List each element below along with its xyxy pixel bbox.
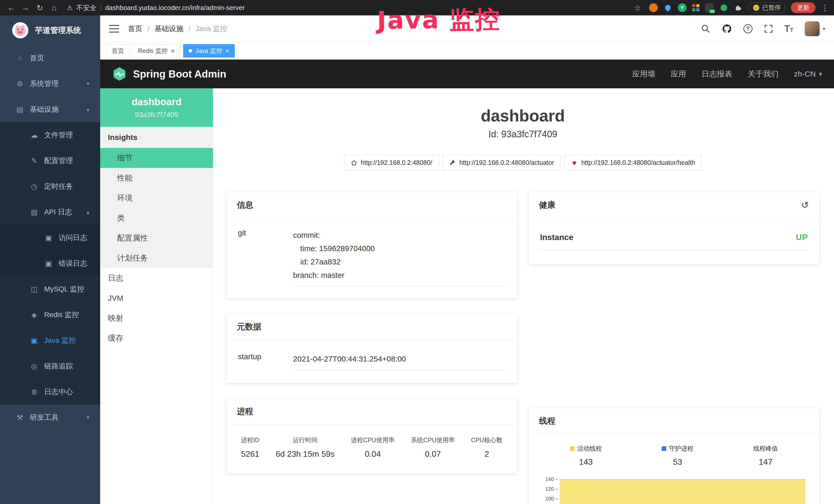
sba-sidebar: dashboard 93a3fc7f7409 Insights 细节 性能 环境…: [100, 88, 213, 504]
sidebar-item-system[interactable]: ⚙ 系统管理 ▾: [0, 71, 100, 96]
forward-icon[interactable]: →: [20, 2, 31, 14]
sba-nav-wallboard[interactable]: 应用墙: [632, 69, 655, 79]
sidebar-item-log-center[interactable]: ≣ 日志中心: [0, 379, 100, 405]
help-icon[interactable]: ?: [743, 24, 752, 33]
sidebar-item-config-manage[interactable]: ✎ 配置管理: [0, 148, 100, 174]
sba-header: Spring Boot Admin 应用墙 应用 日志报表 关于我们 zh-CN…: [100, 60, 834, 88]
tab-java-monitor[interactable]: Java 监控 ×: [183, 44, 235, 58]
actuator-url-link[interactable]: http://192.168.0.2:48080/actuator: [443, 155, 561, 170]
sidebar-item-java-monitor[interactable]: ▣ Java 监控: [0, 328, 100, 353]
sidebar-logo[interactable]: 芋道管理系统: [0, 16, 100, 45]
sba-brand[interactable]: Spring Boot Admin: [112, 67, 226, 82]
sba-nav-about[interactable]: 关于我们: [748, 69, 778, 79]
sidebar-item-redis-monitor[interactable]: ◈ Redis 监控: [0, 302, 100, 328]
chevron-down-icon: ▾: [87, 81, 89, 87]
tab-close-icon[interactable]: ×: [225, 47, 229, 54]
chevron-up-icon: ▴: [87, 209, 89, 215]
threads-card: 线程 活动线程 1: [529, 408, 819, 504]
back-icon[interactable]: ←: [5, 2, 17, 14]
tab-close-icon[interactable]: ×: [171, 47, 175, 54]
admin-sidebar: 芋道管理系统 ⌂ 首页 ⚙ 系统管理 ▾ ▤ 基础设施 ▴ ☁ 文件管理 ✎: [0, 16, 100, 504]
tab-home[interactable]: 首页: [106, 44, 129, 58]
paused-extension-badge[interactable]: 已暂停: [748, 2, 785, 13]
tab-redis-monitor[interactable]: Redis 监控 ×: [133, 44, 180, 58]
home-icon[interactable]: ⌂: [48, 2, 60, 14]
breadcrumb-item-infrastructure[interactable]: 基础设施: [155, 24, 183, 33]
extension-icon-leaf[interactable]: [720, 3, 728, 12]
sba-item-classes[interactable]: 类: [100, 208, 213, 228]
tags-view-bar: 首页 Redis 监控 × Java 监控 ×: [100, 42, 834, 60]
stat-system-cpu: 系统CPU使用率 0.07: [411, 436, 455, 459]
sba-item-logs[interactable]: 日志: [100, 268, 213, 288]
sba-item-caches[interactable]: 缓存: [100, 328, 213, 348]
fullscreen-icon[interactable]: [764, 24, 773, 33]
address-bar[interactable]: ⚠ 不安全 | dashboard.yudao.iocoder.cn/infra…: [67, 3, 629, 12]
threads-legend: 活动线程 143 守护进程: [540, 444, 808, 467]
chevron-down-icon: ▾: [823, 26, 825, 32]
extension-icon-drop[interactable]: [663, 3, 672, 12]
sidebar-toggle-button[interactable]: [109, 25, 119, 32]
history-icon[interactable]: ↺: [801, 201, 809, 210]
locale-selector[interactable]: zh-CN ▾: [794, 70, 822, 78]
pig-logo-icon: [12, 22, 29, 39]
sba-item-metrics[interactable]: 性能: [100, 168, 213, 188]
sidebar-item-dev-tools[interactable]: ⚒ 研发工具 ▾: [0, 405, 100, 430]
extension-icon-orange[interactable]: [649, 3, 658, 12]
metadata-card-header: 元数据: [226, 314, 517, 340]
instance-name: dashboard: [132, 96, 181, 108]
health-url-link[interactable]: http://192.168.0.2:48080/actuator/health: [565, 155, 701, 170]
extension-icon-grid[interactable]: [692, 4, 699, 11]
chart-y-axis: 140 120 100: [540, 476, 558, 504]
sidebar-item-api-log[interactable]: ▤ API 日志 ▴: [0, 199, 100, 225]
sidebar-item-error-log[interactable]: ▣ 错误日志: [0, 251, 100, 276]
wrench-icon: [449, 159, 456, 166]
instance-header[interactable]: dashboard 93a3fc7f7409: [100, 88, 213, 127]
search-icon[interactable]: [701, 24, 710, 33]
extension-icon-switch[interactable]: on: [705, 3, 714, 12]
status-badge: UP: [796, 233, 808, 242]
user-avatar[interactable]: ▾: [805, 21, 825, 36]
stat-pid: 进程ID 5261: [241, 436, 259, 459]
extension-icon-green[interactable]: Y: [678, 3, 686, 12]
chevron-down-icon: ▾: [819, 70, 822, 78]
instance-links: http://192.168.0.2:48080/ http://192.168…: [226, 155, 819, 170]
legend-daemon-threads: 守护进程 53: [662, 444, 694, 467]
legend-swatch-yellow: [570, 446, 575, 451]
sidebar-item-home[interactable]: ⌂ 首页: [0, 45, 100, 71]
sidebar-item-mysql-monitor[interactable]: ◫ MySQL 监控: [0, 276, 100, 302]
stat-process-cpu: 进程CPU使用率 0.04: [351, 436, 395, 459]
process-card-header: 进程: [226, 399, 517, 425]
system-title: 芋道管理系统: [35, 25, 81, 36]
right-column: 健康 ↺ Instance UP: [529, 192, 819, 504]
sba-body: dashboard 93a3fc7f7409 Insights 细节 性能 环境…: [100, 88, 834, 504]
service-url-link[interactable]: http://192.168.0.2:48080/: [344, 155, 439, 170]
info-card-header: 信息: [226, 192, 517, 218]
sidebar-item-file-manage[interactable]: ☁ 文件管理: [0, 122, 100, 148]
extensions-puzzle-icon[interactable]: [734, 3, 743, 12]
stat-cpu-cores: CPU核心数 2: [471, 436, 503, 459]
sidebar-item-scheduled-jobs[interactable]: ◷ 定时任务: [0, 174, 100, 199]
edit-icon: ✎: [29, 157, 39, 165]
bookmark-star-icon[interactable]: ☆: [632, 2, 643, 14]
home-icon: [351, 159, 357, 166]
sba-nav-journal[interactable]: 日志报表: [701, 69, 732, 79]
sba-item-scheduled-tasks[interactable]: 计划任务: [100, 248, 213, 268]
sidebar-item-access-log[interactable]: ▣ 访问日志: [0, 225, 100, 251]
breadcrumb-item-home[interactable]: 首页: [128, 24, 142, 33]
sidebar-item-infrastructure[interactable]: ▤ 基础设施 ▴: [0, 96, 100, 122]
browser-chrome: ← → ↻ ⌂ ⚠ 不安全 | dashboard.yudao.iocoder.…: [0, 0, 834, 16]
sba-item-mappings[interactable]: 映射: [100, 308, 213, 328]
sba-item-config-props[interactable]: 配置属性: [100, 228, 213, 248]
chrome-menu-icon[interactable]: ⋮: [821, 3, 829, 12]
sidebar-item-trace[interactable]: ◎ 链路追踪: [0, 353, 100, 379]
update-button[interactable]: 更新: [791, 2, 815, 13]
top-navbar: 首页 / 基础设施 / Java 监控 ?: [100, 16, 834, 42]
github-icon[interactable]: [722, 24, 732, 34]
sba-item-details[interactable]: 细节: [100, 148, 213, 168]
mysql-icon: ◫: [29, 285, 39, 294]
sba-item-environment[interactable]: 环境: [100, 188, 213, 208]
sba-item-jvm[interactable]: JVM: [100, 288, 213, 308]
sba-nav-applications[interactable]: 应用: [671, 69, 686, 79]
font-size-icon[interactable]: TT: [785, 23, 793, 34]
reload-icon[interactable]: ↻: [34, 2, 46, 14]
